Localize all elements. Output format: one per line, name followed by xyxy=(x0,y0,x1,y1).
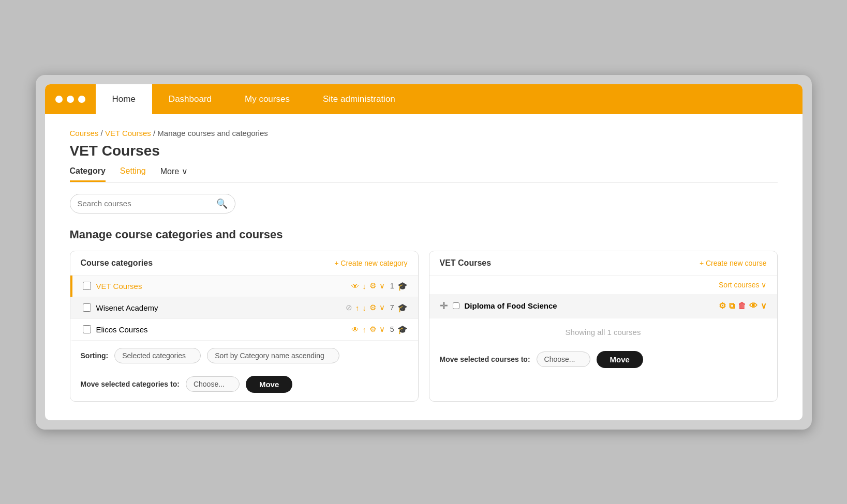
breadcrumb-sep1: / xyxy=(101,129,105,138)
breadcrumb: Courses / VET Courses / Manage courses a… xyxy=(70,129,778,138)
move-courses-row: Move selected courses to: Choose... Move xyxy=(429,346,777,376)
drag-handle-icon[interactable]: ✛ xyxy=(440,300,448,312)
create-new-category-link[interactable]: + Create new category xyxy=(334,259,407,267)
trash-icon-course[interactable]: 🗑 xyxy=(738,301,746,311)
browser-dots xyxy=(45,84,96,114)
category-row-elicos: Elicos Courses 👁 ↑ ⚙ ∨ 5 🎓 xyxy=(70,319,418,341)
search-input[interactable] xyxy=(78,199,216,208)
move-courses-button[interactable]: Move xyxy=(597,351,643,368)
breadcrumb-vet[interactable]: VET Courses xyxy=(105,129,151,138)
dot-3 xyxy=(78,96,85,103)
cat-name-elicos[interactable]: Elicos Courses xyxy=(96,325,352,334)
chevron-down-icon-wisenet[interactable]: ∨ xyxy=(379,303,385,312)
right-panel-title: VET Courses xyxy=(440,258,492,268)
sort-courses-row: Sort courses ∨ xyxy=(429,276,777,294)
browser-inner: Home Dashboard My courses Site administr… xyxy=(45,84,803,420)
course-row-diploma: ✛ Diploma of Food Science ⚙ ⧉ 🗑 👁 ∨ xyxy=(429,294,777,318)
right-panel: VET Courses + Create new course Sort cou… xyxy=(429,251,778,402)
dot-2 xyxy=(67,96,74,103)
chevron-down-icon-elicos[interactable]: ∨ xyxy=(379,325,385,334)
move-categories-label: Move selected categories to: xyxy=(81,380,180,388)
move-categories-button[interactable]: Move xyxy=(246,376,292,393)
move-categories-row: Move selected categories to: Choose... M… xyxy=(70,371,418,401)
category-row-wisenet: Wisenet Academy ⊘ ↑ ↓ ⚙ ∨ 7 🎓 xyxy=(70,297,418,319)
course-icons-diploma: ⚙ ⧉ 🗑 👁 ∨ xyxy=(719,301,767,311)
page-title: VET Courses xyxy=(70,143,778,159)
search-icon[interactable]: 🔍 xyxy=(216,198,228,209)
cat-icons-vet: 👁 ↓ ⚙ ∨ 1 🎓 xyxy=(351,281,407,291)
browser-window: Home Dashboard My courses Site administr… xyxy=(36,75,812,430)
sorting-select-2[interactable]: Sort by Category name ascending xyxy=(207,348,339,363)
course-name-diploma: Diploma of Food Science xyxy=(465,301,714,310)
gear-icon-wisenet[interactable]: ⚙ xyxy=(369,303,376,312)
cat-count-wisenet: 7 xyxy=(390,303,394,312)
gear-icon-vet[interactable]: ⚙ xyxy=(369,281,376,291)
create-new-course-link[interactable]: + Create new course xyxy=(700,259,767,267)
cat-checkbox-wisenet[interactable] xyxy=(83,303,91,312)
move-categories-select[interactable]: Choose... xyxy=(186,376,240,392)
cat-count-elicos: 5 xyxy=(390,325,394,333)
sorting-select-1[interactable]: Selected categories xyxy=(114,348,201,363)
hat-icon-vet: 🎓 xyxy=(397,281,408,291)
nav-tab-mycourses[interactable]: My courses xyxy=(228,84,306,114)
copy-icon-course[interactable]: ⧉ xyxy=(729,301,735,311)
chevron-down-icon-vet[interactable]: ∨ xyxy=(379,281,385,291)
hat-icon-wisenet: 🎓 xyxy=(397,303,408,313)
cat-checkbox-elicos[interactable] xyxy=(83,325,91,333)
up-arrow-icon-wisenet[interactable]: ↑ xyxy=(355,303,360,312)
tab-category[interactable]: Category xyxy=(70,166,106,182)
cat-checkbox-vet[interactable] xyxy=(83,282,91,290)
left-panel: Course categories + Create new category … xyxy=(70,251,419,402)
search-box: 🔍 xyxy=(70,194,235,213)
showing-all-text: Showing all 1 courses xyxy=(429,318,777,346)
gear-icon-course[interactable]: ⚙ xyxy=(719,301,726,311)
hat-icon-elicos: 🎓 xyxy=(397,325,408,334)
nav-tab-home[interactable]: Home xyxy=(96,84,152,114)
gear-icon-elicos[interactable]: ⚙ xyxy=(369,325,376,334)
eye-icon-vet[interactable]: 👁 xyxy=(351,282,359,291)
tab-setting[interactable]: Setting xyxy=(120,166,146,182)
nav-tab-dashboard[interactable]: Dashboard xyxy=(152,84,228,114)
left-panel-title: Course categories xyxy=(81,258,153,268)
sorting-row: Sorting: Selected categories Sort by Cat… xyxy=(70,341,418,371)
left-panel-header: Course categories + Create new category xyxy=(70,251,418,276)
up-arrow-icon-elicos[interactable]: ↑ xyxy=(362,325,366,334)
down-arrow-icon-wisenet[interactable]: ↓ xyxy=(362,303,366,312)
manage-title: Manage course categories and courses xyxy=(70,228,778,241)
move-courses-select[interactable]: Choose... xyxy=(537,352,590,367)
cat-name-wisenet[interactable]: Wisenet Academy xyxy=(96,303,346,312)
cat-count-vet: 1 xyxy=(390,282,394,290)
top-nav: Home Dashboard My courses Site administr… xyxy=(45,84,803,114)
breadcrumb-current: Manage courses and categories xyxy=(157,129,268,138)
sort-courses-button[interactable]: Sort courses ∨ xyxy=(719,281,766,289)
cat-icons-elicos: 👁 ↑ ⚙ ∨ 5 🎓 xyxy=(351,325,407,334)
chevron-down-icon-course[interactable]: ∨ xyxy=(761,301,767,311)
nav-tab-siteadmin[interactable]: Site administration xyxy=(306,84,412,114)
breadcrumb-courses[interactable]: Courses xyxy=(70,129,99,138)
category-tabs: Category Setting More ∨ xyxy=(70,166,778,182)
category-row-vet: VET Courses 👁 ↓ ⚙ ∨ 1 🎓 xyxy=(70,276,418,297)
cat-icons-wisenet: ⊘ ↑ ↓ ⚙ ∨ 7 🎓 xyxy=(346,303,408,313)
down-arrow-icon-vet[interactable]: ↓ xyxy=(362,282,366,291)
cat-name-vet[interactable]: VET Courses xyxy=(96,282,352,291)
dot-1 xyxy=(55,96,63,103)
eye-icon-elicos[interactable]: 👁 xyxy=(351,325,359,334)
right-panel-header: VET Courses + Create new course xyxy=(429,251,777,276)
move-courses-label: Move selected courses to: xyxy=(440,355,530,363)
eye-slash-icon-wisenet[interactable]: ⊘ xyxy=(346,303,352,312)
course-checkbox-diploma[interactable] xyxy=(453,302,459,309)
page-content: Courses / VET Courses / Manage courses a… xyxy=(45,114,803,420)
sorting-label: Sorting: xyxy=(81,352,109,360)
tab-more[interactable]: More ∨ xyxy=(160,166,188,182)
panels-container: Course categories + Create new category … xyxy=(70,251,778,402)
eye-icon-course[interactable]: 👁 xyxy=(749,301,757,311)
